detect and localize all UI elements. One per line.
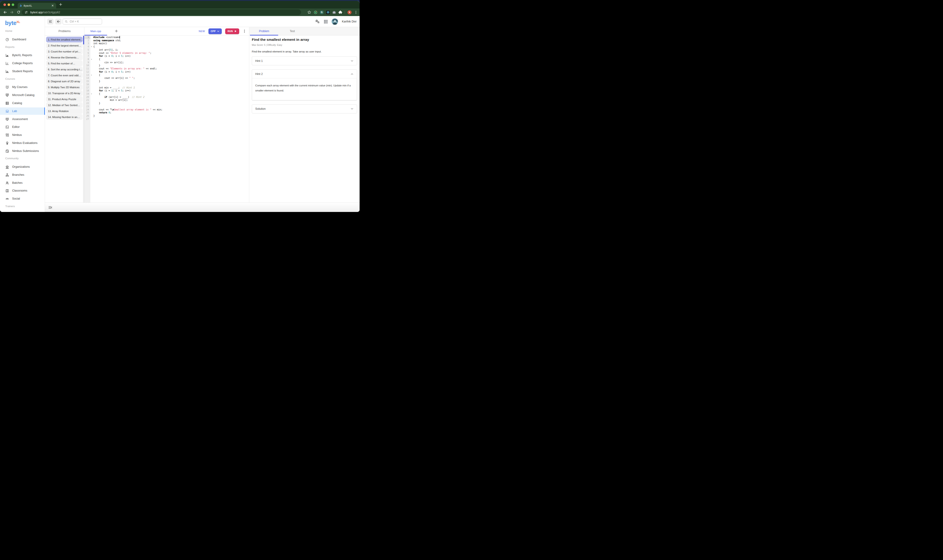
search-input[interactable] — [69, 20, 100, 23]
problem-item-14[interactable]: 14. Missing Number in an… — [46, 114, 83, 120]
sidebar-item-batches[interactable]: Batches — [0, 179, 45, 186]
problem-item-10[interactable]: 10. Transpose of a 2D Array — [46, 90, 83, 96]
code-token: ], i; — [111, 48, 118, 51]
line-number: 24 — [84, 108, 90, 111]
react-devtools-extension-icon[interactable] — [326, 11, 330, 14]
problem-item-9[interactable]: 9. Multiply Two 2D Matrices — [46, 84, 83, 90]
code-token — [93, 111, 99, 114]
screenshot-extension-icon[interactable] — [332, 11, 336, 14]
add-file-icon[interactable] — [115, 29, 118, 33]
code-line-24: cout << "\nSmallest array element is " <… — [90, 108, 249, 111]
sidebar-section-label-courses: Courses — [0, 77, 45, 80]
chat-icon[interactable] — [315, 19, 320, 24]
accordion-header-hint-1[interactable]: Hint 1 — [252, 57, 357, 65]
site-settings-icon[interactable] — [25, 11, 28, 14]
code-line-4: { — [90, 45, 249, 48]
sidebar-item-bytexl-reports[interactable]: ByteXL Reports — [0, 52, 45, 59]
bytexl-logo[interactable]: byteXL — [5, 20, 20, 26]
maximize-window-button[interactable] — [12, 3, 14, 6]
accordion-header-solution[interactable]: Solution — [252, 105, 357, 113]
bookmark-star-icon[interactable] — [307, 10, 311, 14]
url-bar[interactable]: bytexl.app/lab/3z4jgrp62 — [22, 9, 301, 15]
accordion-label: Solution — [255, 107, 265, 111]
line-number: 2 — [84, 39, 90, 42]
problem-item-7[interactable]: 7. Count the even and odd… — [46, 72, 83, 78]
line-number: 20 — [84, 95, 90, 99]
sidebar-item-social[interactable]: Social — [0, 195, 45, 202]
sidebar-section-label-reports: Reports — [0, 46, 45, 48]
sidebar-item-label: Classrooms — [12, 189, 27, 192]
browser-toolbar: bytexl.app/lab/3z4jgrp62 G k — [0, 8, 360, 16]
sidebar-item-label: Batches — [12, 181, 23, 185]
collapse-panel-icon[interactable] — [48, 206, 52, 209]
code-token: cout << — [93, 67, 110, 70]
apps-grid-icon[interactable] — [324, 20, 328, 24]
problems-scrollbar-thumb[interactable] — [83, 36, 84, 45]
editor-menu-kebab-icon[interactable] — [242, 29, 246, 33]
close-window-button[interactable] — [3, 3, 6, 6]
accordion-header-hint-2[interactable]: Hint 2 — [252, 70, 357, 78]
problem-item-3[interactable]: 3. Count the number of pri… — [46, 49, 83, 54]
new-tab-icon[interactable] — [59, 3, 63, 6]
sidebar-item-dashboard[interactable]: Dashboard — [0, 36, 45, 43]
line-number: 19▾ — [84, 92, 90, 95]
tab-test[interactable]: Test — [278, 27, 306, 35]
users-icon — [5, 181, 9, 185]
sidebar-item-classrooms[interactable]: Classrooms — [0, 187, 45, 194]
stack-icon — [5, 101, 9, 105]
run-button[interactable]: RUN — [225, 28, 239, 34]
sidebar-item-microsoft-catalog[interactable]: Microsoft Catalog — [0, 91, 45, 99]
problem-item-12[interactable]: 12. Median of Two Sorted… — [46, 102, 83, 108]
minimize-window-button[interactable] — [8, 3, 10, 6]
sidebar-item-nimbus-evaluations[interactable]: Nimbus Evaluations — [0, 139, 45, 147]
grammarly-extension-icon[interactable]: G — [320, 11, 324, 14]
toggle-panel-button[interactable] — [47, 18, 53, 25]
orbit-extension-icon[interactable] — [314, 11, 317, 14]
reload-icon[interactable] — [17, 10, 20, 14]
problem-item-2[interactable]: 2. Find the largest element… — [46, 43, 83, 48]
tab-problem[interactable]: Problem — [250, 27, 278, 35]
new-button[interactable]: NEW — [199, 30, 205, 32]
user-avatar[interactable] — [332, 18, 338, 25]
problem-item-8[interactable]: 8. Diagonal sum of 2D array — [46, 78, 83, 84]
tab-title: ByteXL — [24, 5, 51, 7]
sidebar-item-catalog[interactable]: Catalog — [0, 100, 45, 107]
problem-item-13[interactable]: 13. Array Rotation — [46, 108, 83, 114]
line-number: 21 — [84, 98, 90, 102]
problem-detail-panel: ProblemTest Find the smallest element in… — [249, 27, 360, 203]
sidebar-item-organizations[interactable]: Organizations — [0, 163, 45, 171]
problem-item-6[interactable]: 6. Sort the array according t… — [46, 66, 83, 72]
browser-tab[interactable]: b ByteXL ✕ — [18, 3, 56, 8]
code-token: "Enter 5 elements in array: " — [110, 52, 150, 54]
language-select-button[interactable]: CPP — [208, 28, 222, 34]
sidebar-item-nimbus-submissions[interactable]: Nimbus Submissions — [0, 147, 45, 155]
sidebar-item-lab[interactable]: Lab — [0, 108, 45, 115]
chevron-down-icon — [350, 107, 353, 111]
sidebar-item-my-courses[interactable]: My Courses — [0, 83, 45, 91]
problem-item-11[interactable]: 11. Product Array Puzzle — [46, 96, 83, 102]
file-tab-main-cpp[interactable]: Main.cpp — [84, 27, 107, 35]
problem-item-1[interactable]: 1. Find the smallest element… — [46, 37, 83, 42]
browser-menu-kebab-icon[interactable] — [354, 11, 358, 14]
back-button[interactable] — [55, 18, 62, 25]
bottom-toolbar — [45, 203, 360, 212]
code-editor[interactable]: 1234▾5678▾910111213▾141516171819▾2021222… — [84, 35, 249, 203]
sidebar-item-branches[interactable]: Branches — [0, 171, 45, 178]
search-box[interactable] — [63, 18, 102, 25]
sidebar-item-assessment[interactable]: Assessment — [0, 115, 45, 123]
sidebar-item-college-reports[interactable]: College Reports — [0, 60, 45, 67]
sidebar-item-editor[interactable]: Editor — [0, 123, 45, 131]
code-token: cout << — [93, 52, 110, 54]
problem-item-5[interactable]: 5. Find the number of… — [46, 60, 83, 66]
problem-item-4[interactable]: 4. Reverse the Elements… — [46, 55, 83, 60]
area-chart-icon — [5, 53, 9, 57]
sidebar-item-nimbus[interactable]: Nimbus — [0, 131, 45, 138]
sidebar-item-student-reports[interactable]: Student Reports — [0, 68, 45, 75]
problems-scrollbar-track[interactable] — [83, 35, 84, 203]
extensions-puzzle-icon[interactable] — [338, 11, 342, 14]
back-nav-icon[interactable] — [3, 10, 7, 14]
tab-close-icon[interactable]: ✕ — [51, 4, 54, 7]
forward-nav-icon[interactable] — [10, 10, 14, 14]
user-name[interactable]: Karthik Divi — [342, 20, 357, 23]
browser-profile-avatar[interactable]: k — [347, 10, 352, 14]
